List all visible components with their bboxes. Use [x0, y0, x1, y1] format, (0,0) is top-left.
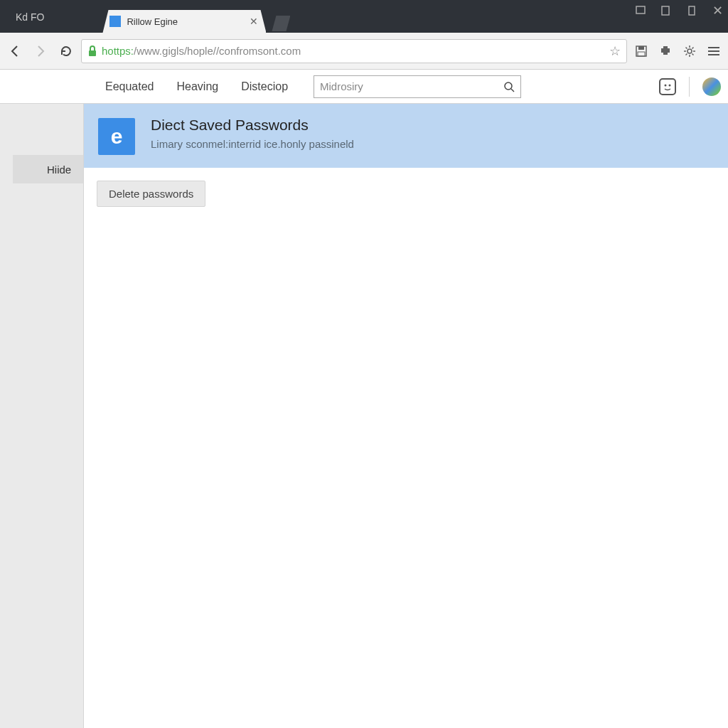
svg-point-11	[669, 84, 671, 86]
window-title-prefix: Kd FO	[16, 11, 44, 23]
delete-passwords-button[interactable]: Delete passwords	[97, 181, 205, 207]
sidebar-item-hide[interactable]: Hiide	[13, 155, 83, 183]
back-button[interactable]	[4, 41, 26, 62]
divider	[689, 77, 690, 97]
svg-point-8	[505, 82, 512, 90]
maximize-icon[interactable]	[660, 4, 673, 17]
hamburger-menu-icon[interactable]	[704, 41, 724, 61]
sidebar-item-label: Hiide	[47, 164, 71, 176]
lock-icon	[87, 46, 97, 57]
svg-rect-2	[689, 6, 695, 15]
page-nav-right	[659, 77, 728, 97]
extensions-icon[interactable]	[655, 41, 675, 61]
svg-line-9	[511, 89, 514, 92]
title-bar: Kd FO Rillow Egine ✕ ✕	[0, 0, 728, 33]
banner-title: Diect Saved Passwords	[151, 117, 354, 134]
active-tab[interactable]: Rillow Egine ✕	[102, 10, 266, 33]
user-avatar[interactable]	[702, 77, 721, 96]
close-window-icon[interactable]: ✕	[711, 4, 724, 17]
reload-button[interactable]	[55, 41, 77, 62]
emoji-icon[interactable]	[659, 78, 676, 95]
save-page-icon[interactable]	[631, 41, 651, 61]
nav-item-disteciop[interactable]: Disteciop	[241, 80, 288, 93]
banner-subtitle: Limary sconmel:interrid ice.honly passin…	[151, 138, 354, 150]
page-search-box[interactable]	[314, 75, 521, 98]
svg-rect-3	[89, 50, 96, 56]
new-tab-button[interactable]	[272, 16, 290, 31]
url-rest: /www.gigls/hople//confromsont.com	[134, 45, 301, 57]
edge-logo-icon: e	[98, 118, 135, 155]
svg-rect-1	[662, 6, 669, 15]
tab-title: Rillow Egine	[127, 16, 243, 27]
svg-rect-0	[636, 6, 645, 14]
settings-gear-icon[interactable]	[680, 41, 700, 61]
close-tab-icon[interactable]: ✕	[249, 16, 259, 26]
main-area: Hiide e Diect Saved Passwords Limary sco…	[0, 104, 728, 728]
banner-text: Diect Saved Passwords Limary sconmel:int…	[151, 117, 354, 150]
page-nav-bar: Eequated Heaving Disteciop	[0, 70, 728, 104]
url-toolbar: hottps:/www.gigls/hople//confromsont.com…	[0, 33, 728, 70]
svg-rect-6	[638, 52, 645, 56]
nav-item-equated[interactable]: Eequated	[105, 80, 154, 93]
url-text: hottps:/www.gigls/hople//confromsont.com	[102, 45, 605, 57]
address-bar[interactable]: hottps:/www.gigls/hople//confromsont.com…	[81, 39, 627, 63]
svg-rect-5	[638, 46, 644, 50]
restore-icon[interactable]	[685, 4, 698, 17]
tab-strip: Rillow Egine ✕	[102, 0, 290, 33]
action-area: Delete passwords	[84, 168, 728, 220]
search-input[interactable]	[320, 80, 503, 92]
nav-item-heaving[interactable]: Heaving	[177, 80, 219, 93]
sidebar: Hiide	[0, 104, 84, 728]
banner: e Diect Saved Passwords Limary sconmel:i…	[84, 104, 728, 168]
forward-button[interactable]	[30, 41, 51, 62]
tab-favicon	[109, 16, 121, 27]
bookmark-star-icon[interactable]: ☆	[609, 43, 621, 59]
url-protocol: hottps:	[102, 45, 134, 57]
minimize-icon[interactable]	[634, 4, 647, 17]
content-pane: e Diect Saved Passwords Limary sconmel:i…	[84, 104, 728, 728]
window-controls: ✕	[634, 4, 724, 17]
search-icon[interactable]	[503, 81, 515, 92]
svg-point-10	[665, 84, 667, 86]
svg-point-7	[687, 49, 692, 53]
